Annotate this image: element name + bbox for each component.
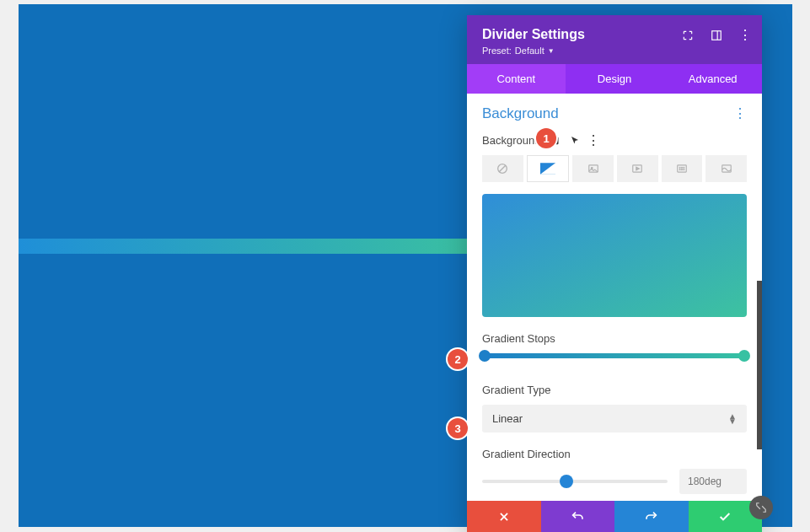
header-icon-group: ⋮ [681, 29, 752, 42]
field-menu-icon[interactable]: ⋮ [587, 135, 599, 147]
svg-rect-9 [678, 165, 687, 172]
section-title-background[interactable]: Background [482, 105, 559, 122]
panel-header: Divider Settings Preset: Default ▼ ⋮ [467, 15, 762, 64]
preset-label: Preset: [482, 46, 512, 56]
svg-point-14 [682, 169, 683, 170]
tab-bar: Content Design Advanced [467, 64, 762, 94]
tab-advanced[interactable]: Advanced [663, 64, 762, 94]
undo-button[interactable] [541, 501, 615, 532]
gradient-type-label: Gradient Type [482, 384, 747, 396]
gradient-preview[interactable] [482, 194, 747, 317]
preset-value: Default [515, 46, 544, 56]
svg-point-13 [679, 169, 680, 170]
tab-design[interactable]: Design [566, 64, 664, 94]
background-type-tabs [482, 155, 747, 182]
slider-thumb[interactable] [560, 475, 573, 488]
gradient-stop-left[interactable] [479, 350, 491, 362]
bg-type-video[interactable] [617, 155, 658, 182]
expand-icon[interactable] [681, 29, 695, 42]
cancel-button[interactable] [467, 501, 541, 532]
background-label: Background [482, 134, 540, 147]
snap-panel-icon[interactable] [710, 29, 723, 42]
scrollbar[interactable] [757, 281, 762, 449]
select-caret-icon: ▲▼ [728, 414, 737, 424]
resize-handle-icon[interactable] [749, 496, 773, 519]
gradient-stops-label: Gradient Stops [482, 332, 747, 345]
svg-point-11 [682, 167, 683, 168]
bg-type-color[interactable] [482, 155, 523, 182]
panel-preset[interactable]: Preset: Default ▼ [482, 46, 747, 56]
panel-body: Background ⋮ Background ⋮ [467, 94, 762, 501]
svg-rect-0 [712, 31, 721, 40]
settings-panel: Divider Settings Preset: Default ▼ ⋮ Con… [467, 15, 762, 532]
bg-type-mask[interactable] [705, 155, 747, 182]
svg-point-15 [684, 169, 684, 170]
svg-point-12 [684, 167, 684, 168]
gradient-direction-input[interactable] [679, 469, 747, 494]
callout-badge-2: 2 [448, 349, 468, 369]
gradient-stops-slider[interactable] [482, 353, 747, 358]
divider-module-preview[interactable] [19, 239, 467, 254]
hover-cursor-icon[interactable] [569, 135, 581, 147]
chevron-down-icon: ▼ [548, 47, 555, 55]
gradient-direction-slider[interactable] [482, 480, 668, 483]
redo-button[interactable] [614, 501, 689, 532]
bg-type-gradient[interactable] [527, 155, 570, 182]
section-menu-icon[interactable]: ⋮ [733, 107, 747, 121]
svg-line-4 [499, 165, 506, 172]
panel-footer [467, 501, 762, 532]
gradient-type-select[interactable]: Linear ▲▼ [482, 405, 747, 433]
bg-type-image[interactable] [572, 155, 614, 182]
callout-badge-1: 1 [536, 128, 556, 148]
kebab-menu-icon[interactable]: ⋮ [738, 29, 752, 42]
callout-badge-3: 3 [448, 418, 468, 438]
gradient-direction-label: Gradient Direction [482, 448, 747, 460]
gradient-stop-right[interactable] [738, 350, 750, 362]
bg-type-pattern[interactable] [662, 155, 703, 182]
tab-content[interactable]: Content [467, 64, 566, 94]
gradient-type-value: Linear [492, 412, 523, 425]
svg-point-10 [679, 167, 680, 168]
